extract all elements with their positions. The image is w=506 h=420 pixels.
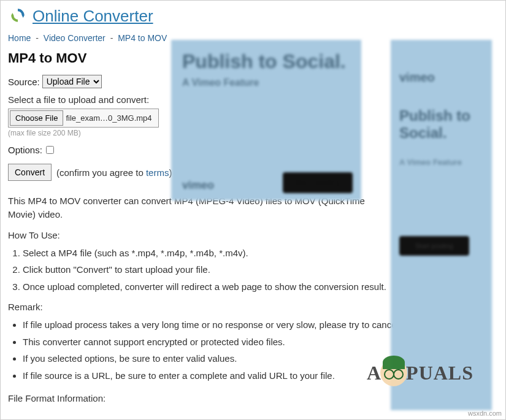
convert-button[interactable]: Convert bbox=[8, 164, 52, 181]
terms-link[interactable]: terms bbox=[146, 167, 169, 178]
selected-filename: file_exam…0_3MG.mp4 bbox=[64, 113, 158, 123]
footer-credit: wsxdn.com bbox=[468, 410, 502, 417]
choose-file-button[interactable]: Choose File bbox=[10, 110, 63, 126]
breadcrumb-separator: - bbox=[36, 33, 39, 43]
ad-logo: vimeo bbox=[182, 179, 214, 192]
ad-logo: vimeo bbox=[399, 71, 435, 85]
source-select[interactable]: Upload File bbox=[42, 75, 102, 88]
agree-text: (confirm you agree to terms) bbox=[56, 167, 172, 178]
watermark-logo: A PUALS bbox=[367, 359, 473, 386]
ad-subtitle: A Vimeo Feature bbox=[399, 158, 462, 167]
breadcrumb-home[interactable]: Home bbox=[8, 33, 31, 43]
svg-marker-1 bbox=[11, 13, 13, 15]
ad-banner-2[interactable]: vimeo Publish to Social. A Vimeo Feature… bbox=[391, 40, 492, 410]
ad-cta-button[interactable]: Start posting bbox=[283, 172, 353, 193]
ad-headline: Publish to Social. bbox=[399, 107, 492, 141]
ad-banner-1[interactable]: Publish to Social. A Vimeo Feature vimeo… bbox=[171, 40, 361, 200]
ad-headline: Publish to Social. bbox=[182, 51, 350, 72]
breadcrumb-video-converter[interactable]: Video Converter bbox=[44, 33, 105, 43]
ad-cta-button[interactable]: Start posting bbox=[399, 236, 469, 256]
options-checkbox[interactable] bbox=[46, 146, 54, 154]
refresh-icon bbox=[8, 6, 28, 27]
avatar-icon bbox=[380, 359, 407, 386]
site-header: Online Converter bbox=[8, 6, 498, 27]
options-label: Options: bbox=[8, 145, 42, 155]
source-label: Source: bbox=[8, 77, 40, 87]
ad-subtitle: A Vimeo Feature bbox=[182, 77, 350, 88]
svg-marker-0 bbox=[22, 15, 25, 18]
site-title[interactable]: Online Converter bbox=[33, 7, 153, 26]
breadcrumb-current[interactable]: MP4 to MOV bbox=[118, 33, 167, 43]
breadcrumb-separator: - bbox=[110, 33, 113, 43]
file-input[interactable]: Choose File file_exam…0_3MG.mp4 bbox=[8, 109, 159, 128]
